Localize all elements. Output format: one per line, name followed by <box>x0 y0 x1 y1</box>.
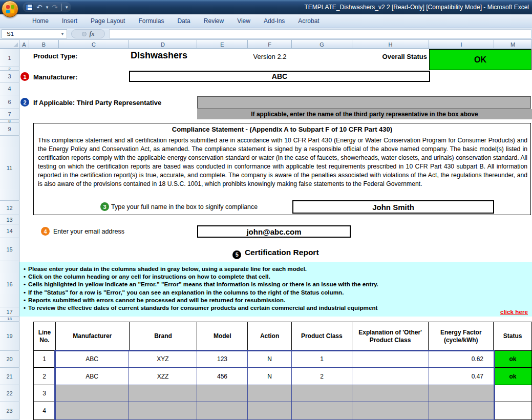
row-header-6[interactable]: 6 <box>0 95 19 109</box>
select-all-corner[interactable] <box>0 40 19 49</box>
tab-review[interactable]: Review <box>197 15 230 27</box>
column-header-f[interactable]: F <box>248 40 292 49</box>
cell-model[interactable]: 456 <box>197 368 248 385</box>
cell-energy-factor[interactable]: 0.62 <box>429 351 494 368</box>
tab-page-layout[interactable]: Page Layout <box>84 15 132 27</box>
cell-line-no[interactable]: 1 <box>33 351 55 368</box>
cell-status[interactable]: ok <box>494 351 532 368</box>
row-header-3[interactable]: 3 <box>0 71 19 82</box>
cell-line-no[interactable]: 3 <box>33 385 55 402</box>
cell-line-no[interactable]: 4 <box>33 402 55 420</box>
insert-function-area[interactable]: fx <box>71 29 105 38</box>
row-header-2[interactable]: 2 <box>0 67 19 71</box>
column-header-i[interactable]: I <box>429 40 494 49</box>
undo-icon[interactable]: ↶ <box>36 4 42 11</box>
row-header-7[interactable]: 7 <box>0 109 19 120</box>
cell-manufacturer[interactable]: ABC <box>55 368 129 385</box>
row-header-17[interactable]: 17 <box>0 307 19 317</box>
email-input[interactable]: john@abc.com <box>197 225 351 238</box>
row-header-20[interactable]: 20 <box>0 351 19 368</box>
signature-input[interactable]: John Smith <box>292 200 494 214</box>
cell-manufacturer[interactable] <box>55 402 129 420</box>
office-button[interactable] <box>2 1 18 17</box>
cell-explanation[interactable] <box>352 368 429 385</box>
row-header-11[interactable]: 11 <box>0 136 19 201</box>
cell-manufacturer[interactable]: ABC <box>55 351 129 368</box>
overall-status-value-cell[interactable]: OK <box>429 49 531 70</box>
row-header-19[interactable]: 19 <box>0 322 19 351</box>
header-model[interactable]: Model <box>197 322 248 350</box>
undo-dropdown-icon[interactable]: ▾ <box>46 5 49 10</box>
cell-status[interactable]: ok <box>494 368 532 385</box>
column-header-m[interactable]: M <box>494 40 532 49</box>
customize-toolbar-dropdown-icon[interactable]: ▾ <box>66 5 68 10</box>
row-header-16[interactable]: 16 <box>0 261 19 307</box>
row-header-21[interactable]: 21 <box>0 368 19 385</box>
cell-explanation[interactable] <box>352 351 429 368</box>
cell-explanation[interactable] <box>352 385 429 402</box>
column-header-h[interactable]: H <box>352 40 429 49</box>
tab-data[interactable]: Data <box>171 15 197 27</box>
tab-add-ins[interactable]: Add-Ins <box>257 15 291 27</box>
tab-acrobat[interactable]: Acrobat <box>291 15 326 27</box>
cell-model[interactable]: 123 <box>197 351 248 368</box>
cell-energy-factor[interactable]: 0.47 <box>429 368 494 385</box>
save-icon[interactable] <box>26 4 33 11</box>
name-box[interactable]: S1 ▼ <box>2 29 67 38</box>
cell-manufacturer[interactable] <box>55 385 129 402</box>
header-explanation[interactable]: Explanation of 'Other' Product Class <box>352 322 429 350</box>
cell-energy-factor[interactable] <box>429 402 494 420</box>
header-line-no[interactable]: Line No. <box>34 322 56 350</box>
cell-product-class[interactable] <box>292 385 352 402</box>
manufacturer-input[interactable]: ABC <box>129 71 430 82</box>
cell-product-class[interactable]: 2 <box>292 368 352 385</box>
header-product-class[interactable]: Product Class <box>292 322 352 350</box>
column-header-d[interactable]: D <box>129 40 197 49</box>
tab-insert[interactable]: Insert <box>55 15 84 27</box>
header-action[interactable]: Action <box>248 322 292 350</box>
third-party-input[interactable] <box>197 96 531 109</box>
column-header-c[interactable]: C <box>59 40 129 49</box>
cell-action[interactable] <box>248 385 292 402</box>
column-header-g[interactable]: G <box>292 40 352 49</box>
row-header-14[interactable]: 14 <box>0 224 19 238</box>
cell-product-class[interactable] <box>292 402 352 420</box>
row-header-12[interactable]: 12 <box>0 201 19 215</box>
fx-icon[interactable]: fx <box>90 30 95 38</box>
row-header-4[interactable]: 4 <box>0 82 19 95</box>
column-header-b[interactable]: B <box>29 40 59 49</box>
row-header-13[interactable]: 13 <box>0 215 19 224</box>
tab-view[interactable]: View <box>230 15 257 27</box>
header-brand[interactable]: Brand <box>130 322 198 350</box>
row-header-15[interactable]: 15 <box>0 238 19 261</box>
formula-input[interactable] <box>109 29 531 38</box>
header-energy-factor[interactable]: Energy Factor (cycle/kWh) <box>429 322 494 350</box>
cell-model[interactable] <box>197 402 248 420</box>
click-here-link[interactable]: click here <box>500 308 528 315</box>
row-header-18[interactable]: 18 <box>0 317 19 322</box>
cell-action[interactable] <box>248 402 292 420</box>
header-manufacturer[interactable]: Manufacturer <box>56 322 130 350</box>
cell-action[interactable]: N <box>248 351 292 368</box>
cell-status[interactable] <box>494 402 532 420</box>
row-header-1[interactable]: 1 <box>0 49 19 67</box>
row-header-22[interactable]: 22 <box>0 385 19 402</box>
cell-brand[interactable] <box>129 402 197 420</box>
cell-explanation[interactable] <box>352 402 429 420</box>
header-status[interactable]: Status <box>494 322 531 350</box>
cell-brand[interactable]: XYZ <box>129 351 197 368</box>
column-header-e[interactable]: E <box>197 40 248 49</box>
row-header-9[interactable]: 9 <box>0 123 19 136</box>
cell-action[interactable]: N <box>248 368 292 385</box>
cell-brand[interactable] <box>129 385 197 402</box>
row-header-23[interactable]: 23 <box>0 402 19 420</box>
tab-formulas[interactable]: Formulas <box>132 15 171 27</box>
cell-brand[interactable]: XZZ <box>129 368 197 385</box>
cell-line-no[interactable]: 2 <box>33 368 55 385</box>
tab-home[interactable]: Home <box>26 15 55 27</box>
cell-model[interactable] <box>197 385 248 402</box>
cell-energy-factor[interactable] <box>429 385 494 402</box>
cell-product-class[interactable]: 1 <box>292 351 352 368</box>
cell-status[interactable] <box>494 385 532 402</box>
name-box-dropdown-icon[interactable]: ▼ <box>60 32 67 36</box>
